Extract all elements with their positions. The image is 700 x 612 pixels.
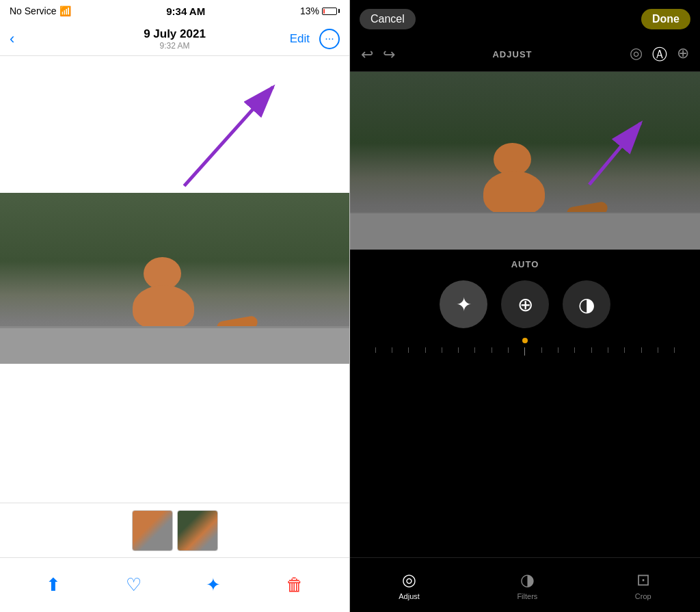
cat-body-left	[133, 285, 194, 330]
edit-header: Cancel Done	[350, 0, 700, 38]
tab-crop[interactable]: ⊡ Crop	[635, 570, 651, 600]
auto-contrast-button[interactable]: ◑	[563, 280, 610, 328]
done-button[interactable]: Done	[641, 9, 690, 29]
left-panel: No Service 📶 9:34 AM 13% ‹ 9 July 2021 9…	[0, 0, 350, 612]
hide-original-button[interactable]: ◎	[630, 44, 643, 65]
nav-photo-time: 9:32 AM	[144, 41, 206, 51]
nav-bar: ‹ 9 July 2021 9:32 AM Edit ···	[0, 22, 349, 56]
auto-label: AUTO	[511, 259, 539, 269]
heart-button[interactable]: ♡	[126, 574, 142, 596]
tick	[408, 347, 409, 353]
tick	[375, 347, 376, 353]
sparkle-button[interactable]: ✦	[206, 574, 221, 596]
tick	[574, 347, 575, 353]
auto-section: AUTO ✦ ⊕ ◑	[350, 250, 700, 364]
tick	[392, 347, 392, 353]
adjust-label: ADJUST	[492, 49, 532, 59]
auto-add-button[interactable]: ⊕	[501, 280, 549, 328]
thumbnail-2[interactable]	[177, 510, 218, 551]
crop-tab-label: Crop	[635, 592, 651, 600]
edit-toolbar: ↩ ↪ ADJUST ◎ Ⓐ ⊕	[350, 38, 700, 72]
tab-filters[interactable]: ◑ Filters	[517, 570, 537, 600]
cancel-button[interactable]: Cancel	[360, 9, 416, 29]
tick	[541, 347, 542, 353]
carrier-text: No Service	[10, 5, 56, 16]
nav-actions: Edit ···	[290, 29, 340, 49]
tick	[591, 347, 592, 353]
adjust-icon: ◎	[402, 570, 416, 589]
status-carrier: No Service 📶	[10, 5, 71, 16]
redo-button[interactable]: ↪	[383, 46, 395, 64]
tick	[425, 347, 426, 353]
adjust-tab-label: Adjust	[399, 592, 420, 600]
right-photo-wrapper	[350, 72, 700, 250]
tick	[492, 347, 492, 353]
slider-indicator	[522, 338, 528, 343]
more-button[interactable]: ···	[319, 29, 340, 49]
status-battery-group: 13%	[300, 5, 340, 16]
bottom-toolbar-left: ⬆ ♡ ✦ 🗑	[0, 557, 349, 612]
nav-date: 9 July 2021	[144, 27, 206, 41]
cat-body-right	[483, 171, 545, 215]
white-space-bottom	[0, 364, 349, 503]
tick	[558, 347, 558, 353]
edit-button[interactable]: Edit	[290, 32, 310, 46]
thumbnail-1[interactable]	[132, 510, 173, 551]
back-button[interactable]: ‹	[10, 30, 14, 48]
nav-title: 9 July 2021 9:32 AM	[144, 27, 206, 51]
tick	[458, 347, 459, 353]
edit-toolbar-left: ↩ ↪	[361, 46, 395, 64]
wifi-icon: 📶	[59, 5, 71, 16]
tick	[624, 347, 625, 353]
svg-line-1	[184, 87, 273, 186]
thumbnail-bar	[0, 503, 349, 557]
tick	[674, 347, 675, 353]
slider-ticks	[374, 347, 677, 356]
tutorial-arrow-left	[0, 63, 349, 200]
slider-container[interactable]	[350, 347, 700, 356]
filters-tab-label: Filters	[517, 592, 537, 600]
auto-enhance-button[interactable]: Ⓐ	[652, 44, 667, 65]
crop-icon: ⊡	[636, 570, 650, 589]
share-button[interactable]: ⬆	[46, 574, 61, 596]
status-time: 9:34 AM	[166, 5, 205, 17]
tick	[641, 347, 642, 353]
bottom-edit-tabs: ◎ Adjust ◑ Filters ⊡ Crop	[350, 557, 700, 612]
white-space-top	[0, 56, 349, 193]
cat-photo-right	[350, 72, 700, 250]
arrow-container-left	[0, 63, 349, 200]
trash-button[interactable]: 🗑	[286, 574, 304, 596]
photo-area	[0, 56, 349, 503]
tick	[474, 347, 475, 353]
tick	[508, 347, 509, 353]
more-options-button[interactable]: ⊕	[677, 44, 689, 65]
tick	[442, 347, 442, 353]
tab-adjust[interactable]: ◎ Adjust	[399, 570, 420, 600]
tick	[608, 347, 608, 353]
auto-buttons: ✦ ⊕ ◑	[440, 280, 610, 328]
edit-toolbar-right: ◎ Ⓐ ⊕	[630, 44, 689, 65]
auto-wand-button[interactable]: ✦	[440, 280, 487, 328]
filters-icon: ◑	[520, 570, 535, 589]
battery-icon	[322, 8, 340, 15]
status-bar: No Service 📶 9:34 AM 13%	[0, 0, 349, 22]
tick-center	[524, 347, 525, 356]
cat-scene-right	[350, 72, 700, 250]
undo-button[interactable]: ↩	[361, 46, 373, 64]
ledge-right	[350, 212, 700, 250]
cat-photo-left	[0, 193, 349, 364]
tick	[658, 347, 658, 353]
ledge-left	[0, 326, 349, 364]
cat-scene-left	[0, 193, 349, 364]
right-panel: Cancel Done ↩ ↪ ADJUST ◎ Ⓐ ⊕	[350, 0, 700, 612]
battery-percent: 13%	[300, 5, 319, 16]
